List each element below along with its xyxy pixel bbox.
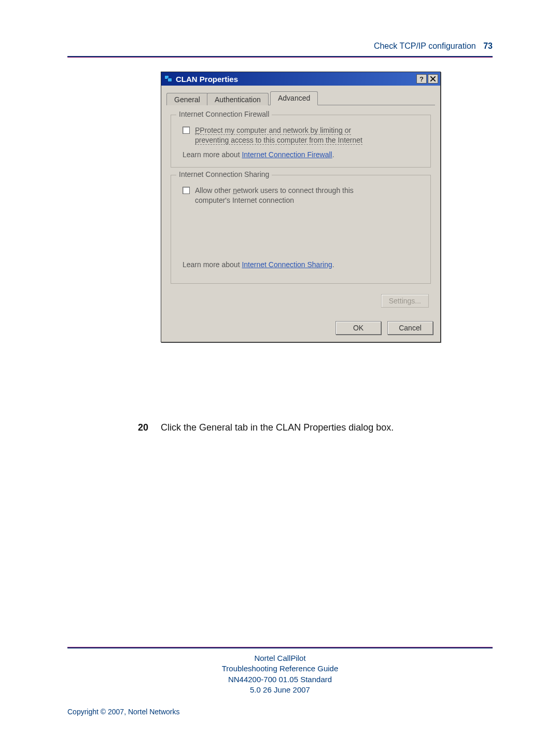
- tab-advanced[interactable]: Advanced: [270, 91, 318, 105]
- dialog-body: Internet Connection Firewall PProtect my…: [161, 105, 440, 315]
- close-button[interactable]: [428, 74, 438, 84]
- network-icon: [164, 75, 173, 82]
- sharing-groupbox: Internet Connection Sharing Allow other …: [171, 175, 431, 284]
- firewall-checkbox-label: PProtect my computer and network by limi…: [195, 126, 362, 145]
- dialog-button-row: OK Cancel: [161, 315, 440, 342]
- footer-line1: Nortel CallPilot: [0, 653, 560, 663]
- clan-properties-dialog: CLAN Properties ? General Authentication…: [161, 72, 441, 342]
- header-rule: [67, 56, 493, 58]
- firewall-learn-link[interactable]: Internet Connection Firewall: [242, 150, 332, 159]
- tab-bar: General Authentication Advanced: [166, 90, 435, 105]
- sharing-learn-more: Learn more about Internet Connection Sha…: [183, 260, 422, 269]
- sharing-checkbox[interactable]: [183, 187, 190, 194]
- firewall-groupbox: Internet Connection Firewall PProtect my…: [171, 115, 431, 168]
- footer-line3: NN44200-700 01.05 Standard: [0, 674, 560, 685]
- copyright-line: Copyright © 2007, Nortel Networks: [67, 708, 180, 716]
- instruction-step: 20 Click the General tab in the CLAN Pro…: [133, 422, 493, 433]
- ok-button[interactable]: OK: [335, 321, 381, 335]
- firewall-legend: Internet Connection Firewall: [176, 110, 272, 118]
- tab-authentication[interactable]: Authentication: [207, 93, 269, 105]
- screenshot-figure: CLAN Properties ? General Authentication…: [161, 72, 441, 342]
- page-number: 73: [483, 42, 493, 50]
- footer-rule: [67, 647, 493, 648]
- sharing-legend: Internet Connection Sharing: [176, 170, 272, 178]
- tab-general[interactable]: General: [166, 93, 208, 105]
- settings-button: Settings...: [381, 294, 429, 308]
- sharing-checkbox-label: Allow other network users to connect thr…: [195, 186, 354, 205]
- titlebar: CLAN Properties ?: [161, 72, 440, 86]
- step-text: Click the General tab in the CLAN Proper…: [161, 422, 394, 433]
- help-button[interactable]: ?: [416, 74, 427, 84]
- footer-line4: 5.0 26 June 2007: [0, 685, 560, 695]
- header-title: Check TCP/IP configuration: [374, 42, 476, 50]
- sharing-learn-link[interactable]: Internet Connection Sharing: [242, 260, 332, 269]
- dialog-title: CLAN Properties: [176, 75, 416, 84]
- cancel-button[interactable]: Cancel: [387, 321, 433, 335]
- step-number: 20: [133, 422, 148, 433]
- firewall-learn-more: Learn more about Internet Connection Fir…: [183, 150, 422, 159]
- footer-line2: Troubleshooting Reference Guide: [0, 663, 560, 674]
- page-footer: Nortel CallPilot Troubleshooting Referen…: [0, 653, 560, 695]
- firewall-checkbox[interactable]: [183, 127, 190, 134]
- running-header: Check TCP/IP configuration 73: [374, 42, 493, 51]
